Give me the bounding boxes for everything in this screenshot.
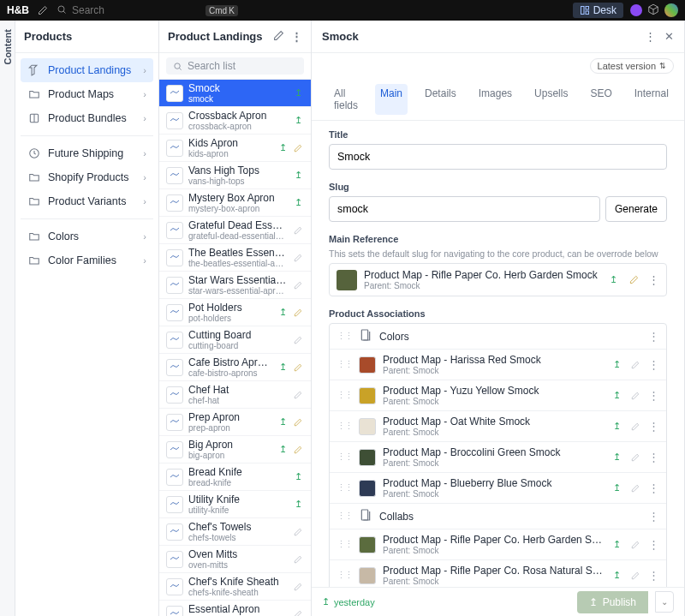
list-item[interactable]: Vans High Topsvans-high-tops↥ xyxy=(159,162,311,189)
list-item[interactable]: Cafe Bistro Apronscafe-bistro-aprons↥ xyxy=(159,354,311,381)
drag-handle-icon[interactable]: ⋮⋮ xyxy=(337,331,352,342)
drag-handle-icon[interactable]: ⋮⋮ xyxy=(337,359,352,370)
tab-all-fields[interactable]: All fields xyxy=(329,84,363,115)
edit-ref-icon[interactable] xyxy=(628,274,640,286)
drag-handle-icon[interactable]: ⋮⋮ xyxy=(337,570,352,581)
assoc-edit-icon[interactable] xyxy=(629,390,641,402)
assoc-item[interactable]: ⋮⋮Product Map - Blueberry Blue SmockPare… xyxy=(330,472,666,503)
list-item[interactable]: Cutting Boardcutting-board xyxy=(159,326,311,354)
sidebar-item-product-bundles[interactable]: Product Bundles› xyxy=(21,106,153,130)
assoc-item[interactable]: ⋮⋮Product Map - Oat White SmockParent: S… xyxy=(330,410,666,441)
assoc-edit-icon[interactable] xyxy=(629,570,641,582)
assoc-more-icon[interactable]: ⋮ xyxy=(648,538,659,551)
assoc-more-icon[interactable]: ⋮ xyxy=(648,389,659,402)
slug-input[interactable] xyxy=(329,196,600,222)
nav-label: Future Shipping xyxy=(48,147,123,159)
drag-handle-icon[interactable]: ⋮⋮ xyxy=(337,511,352,522)
sidebar-item-product-landings[interactable]: Product Landings› xyxy=(21,58,153,82)
main-reference-card[interactable]: Product Map - Rifle Paper Co. Herb Garde… xyxy=(329,263,667,296)
list-item[interactable]: Big Apronbig-apron↥ xyxy=(159,436,311,463)
assoc-edit-icon[interactable] xyxy=(629,482,641,494)
ref-more-icon[interactable]: ⋮ xyxy=(648,273,659,286)
assoc-item[interactable]: ⋮⋮Product Map - Rifle Paper Co. Herb Gar… xyxy=(330,529,666,559)
list-item[interactable]: Chef's Towelschefs-towels xyxy=(159,518,311,546)
list-item[interactable]: Prep Apronprep-apron↥ xyxy=(159,409,311,436)
desk-button[interactable]: Desk xyxy=(573,3,623,18)
assoc-category[interactable]: ⋮⋮Collabs⋮ xyxy=(330,503,666,529)
tab-upsells[interactable]: Upsells xyxy=(529,84,573,115)
assoc-item[interactable]: ⋮⋮Product Map - Harissa Red SmockParent:… xyxy=(330,349,666,380)
assoc-edit-icon[interactable] xyxy=(629,539,641,551)
sidebar-item-product-maps[interactable]: Product Maps› xyxy=(21,82,153,106)
list-item[interactable]: Essential Apronessential-apron xyxy=(159,601,311,616)
tab-internal[interactable]: Internal xyxy=(629,84,674,115)
list-item[interactable]: Smocksmock↥ xyxy=(159,80,311,107)
list-item[interactable]: Bread Knifebread-knife↥ xyxy=(159,463,311,491)
item-thumbnail xyxy=(166,523,183,541)
assoc-more-icon[interactable]: ⋮ xyxy=(648,358,659,371)
list-item[interactable]: Chef Hatchef-hat xyxy=(159,381,311,409)
assoc-item[interactable]: ⋮⋮Product Map - Broccolini Green SmockPa… xyxy=(330,441,666,472)
list-item[interactable]: Pot Holderspot-holders↥ xyxy=(159,299,311,326)
assoc-parent: Parent: Smock xyxy=(383,458,604,468)
svg-rect-7 xyxy=(361,330,367,340)
assoc-more-icon[interactable]: ⋮ xyxy=(648,481,659,494)
list-item[interactable]: Kids Apronkids-apron↥ xyxy=(159,135,311,162)
compose-icon[interactable] xyxy=(273,30,284,44)
drag-handle-icon[interactable]: ⋮⋮ xyxy=(337,390,352,401)
tab-main[interactable]: Main xyxy=(375,84,408,115)
more-icon[interactable]: ⋮ xyxy=(291,30,302,44)
list-item[interactable]: The Beatles Essential A…the-beatles-esse… xyxy=(159,244,311,272)
drag-handle-icon[interactable]: ⋮⋮ xyxy=(337,452,352,463)
user-avatar[interactable] xyxy=(664,3,678,17)
sidebar-item-shopify-products[interactable]: Shopify Products› xyxy=(21,165,153,189)
assoc-more-icon[interactable]: ⋮ xyxy=(648,420,659,433)
kbd-hint: CmdK xyxy=(206,5,238,16)
list-item[interactable]: Star Wars Essential Apr…star-wars-essent… xyxy=(159,272,311,299)
list-item[interactable]: Grateful Dead Essential …grateful-dead-e… xyxy=(159,217,311,244)
list-item[interactable]: Mystery Box Apronmystery-box-apron↥ xyxy=(159,189,311,217)
assoc-edit-icon[interactable] xyxy=(629,359,641,371)
nav-label: Product Maps xyxy=(48,88,114,100)
drag-handle-icon[interactable]: ⋮⋮ xyxy=(337,482,352,493)
assoc-more-icon[interactable]: ⋮ xyxy=(648,451,659,463)
panel-more-icon[interactable]: ⋮ xyxy=(645,30,656,43)
tab-details[interactable]: Details xyxy=(420,84,462,115)
title-input[interactable] xyxy=(329,144,667,170)
sidebar-item-colors[interactable]: Colors› xyxy=(21,224,153,248)
global-search-input[interactable] xyxy=(72,4,200,16)
version-selector[interactable]: Latest version ⇅ xyxy=(590,58,674,74)
tab-images[interactable]: Images xyxy=(474,84,517,115)
assoc-category[interactable]: ⋮⋮Colors⋮ xyxy=(330,324,666,349)
assoc-edit-icon[interactable] xyxy=(629,421,641,433)
tab-seo[interactable]: SEO xyxy=(585,84,616,115)
publish-button[interactable]: ↥ Publish xyxy=(577,591,648,613)
sidebar-item-future-shipping[interactable]: Future Shipping› xyxy=(21,141,153,165)
draft-icon xyxy=(292,608,304,617)
list-item[interactable]: Crossback Aproncrossback-apron↥ xyxy=(159,107,311,135)
close-icon[interactable]: ✕ xyxy=(664,30,674,43)
assoc-more-icon[interactable]: ⋮ xyxy=(648,330,659,343)
list-item[interactable]: Utility Knifeutility-knife↥ xyxy=(159,491,311,518)
assoc-more-icon[interactable]: ⋮ xyxy=(648,510,659,523)
drag-handle-icon[interactable]: ⋮⋮ xyxy=(337,421,352,432)
edit-icon[interactable] xyxy=(36,3,50,17)
list-item[interactable]: Oven Mittsoven-mitts xyxy=(159,546,311,573)
assoc-more-icon[interactable]: ⋮ xyxy=(648,569,659,582)
assoc-item[interactable]: ⋮⋮Product Map - Yuzu Yellow SmockParent:… xyxy=(330,380,666,410)
category-title: Colors xyxy=(379,331,641,343)
assoc-edit-icon[interactable] xyxy=(629,452,641,463)
published-icon: ↥ xyxy=(292,197,304,209)
publish-menu-button[interactable]: ⌄ xyxy=(655,591,674,613)
drag-handle-icon[interactable]: ⋮⋮ xyxy=(337,539,352,550)
sidebar-item-color-families[interactable]: Color Families› xyxy=(21,248,153,272)
assoc-item[interactable]: ⋮⋮Product Map - Rifle Paper Co. Rosa Nat… xyxy=(330,559,666,587)
list-search-input[interactable]: Search list xyxy=(166,57,304,75)
published-icon: ↥ xyxy=(277,444,289,456)
package-icon[interactable] xyxy=(647,3,659,18)
presence-indicator xyxy=(630,4,642,16)
sidebar-item-product-variants[interactable]: Product Variants› xyxy=(21,189,153,213)
item-slug: kids-apron xyxy=(188,149,271,158)
list-item[interactable]: Chef's Knife Sheathchefs-knife-sheath xyxy=(159,573,311,601)
generate-button[interactable]: Generate xyxy=(605,196,667,222)
